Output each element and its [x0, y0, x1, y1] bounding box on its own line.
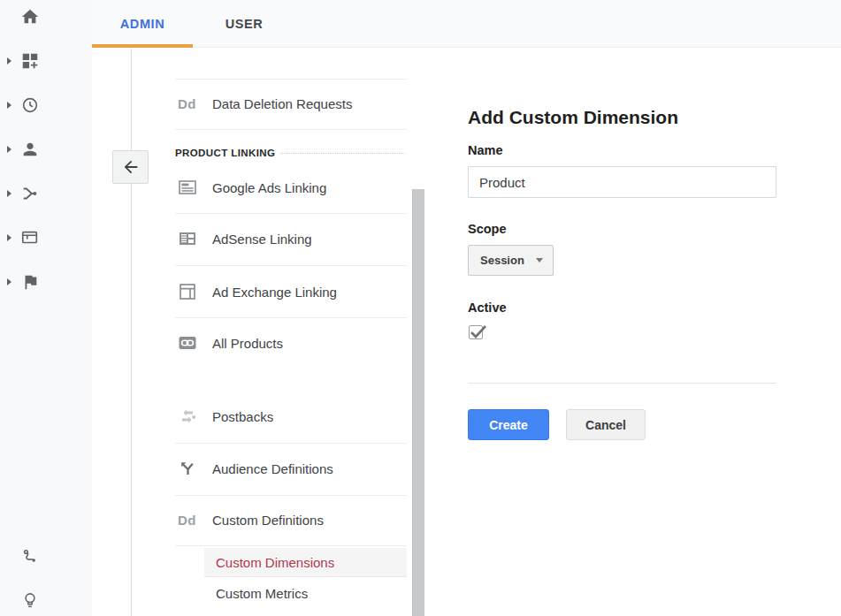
ad-exchange-icon [175, 284, 199, 300]
google-ads-icon [175, 180, 199, 194]
active-tab-underline [92, 44, 193, 48]
nav-separator [175, 443, 407, 444]
nav-separator [175, 129, 407, 130]
tab-user[interactable]: USER [193, 0, 295, 47]
nav-item-postbacks[interactable]: Postbacks [175, 401, 407, 431]
dropdown-caret-icon [536, 258, 543, 262]
scope-label: Scope [468, 222, 507, 236]
expand-caret-icon [7, 57, 11, 65]
nav-separator [175, 545, 407, 546]
expand-caret-icon [7, 102, 11, 109]
attribution-icon [20, 547, 40, 567]
conversions-flag-icon [20, 272, 40, 292]
expand-caret-icon [7, 190, 11, 197]
nav-separator [175, 265, 407, 266]
postbacks-icon [175, 408, 199, 424]
create-button[interactable]: Create [468, 409, 549, 440]
rail-attribution-button[interactable] [0, 545, 92, 568]
ga-admin-screen: ADMIN USER Dd Data Deletion Requests PRO… [0, 0, 841, 616]
back-button[interactable] [112, 150, 149, 184]
rail-behavior-button[interactable] [0, 226, 92, 249]
home-icon [20, 7, 40, 27]
rail-conversions-button[interactable] [0, 270, 92, 293]
nav-subitem-custom-metrics[interactable]: Custom Metrics [204, 580, 407, 607]
section-dotted-rule [280, 153, 405, 154]
nav-vertical-divider [131, 49, 132, 616]
nav-separator [175, 317, 407, 318]
nav-item-google-ads-linking[interactable]: Google Ads Linking [175, 172, 407, 202]
section-header-product-linking: PRODUCT LINKING [175, 148, 405, 158]
scope-dropdown[interactable]: Session [468, 245, 554, 276]
scope-dropdown-value: Session [480, 254, 524, 267]
nav-item-custom-definitions[interactable]: Dd Custom Definitions [175, 505, 407, 535]
tab-admin[interactable]: ADMIN [92, 0, 193, 47]
rail-customization-button[interactable] [0, 49, 92, 72]
cancel-button[interactable]: Cancel [566, 409, 646, 440]
name-label: Name [468, 143, 503, 157]
left-nav-rail [0, 0, 92, 616]
nav-item-adsense-linking[interactable]: AdSense Linking [175, 224, 407, 254]
audience-person-icon [20, 140, 40, 159]
name-input[interactable] [468, 166, 776, 198]
nav-separator [175, 213, 407, 214]
acquisition-icon [20, 184, 40, 203]
behavior-window-icon [20, 228, 40, 247]
adsense-icon [175, 232, 199, 246]
audience-definitions-icon [175, 460, 199, 476]
nav-subitem-custom-dimensions[interactable]: Custom Dimensions [204, 548, 407, 577]
nav-item-all-products[interactable]: All Products [175, 328, 407, 358]
realtime-clock-icon [20, 95, 40, 115]
back-arrow-icon [121, 157, 141, 177]
discover-bulb-icon [20, 590, 40, 610]
dd-icon: Dd [175, 96, 199, 111]
rail-discover-button[interactable] [0, 589, 92, 612]
page-title: Add Custom Dimension [468, 107, 678, 128]
nav-item-ad-exchange-linking[interactable]: Ad Exchange Linking [175, 277, 407, 307]
expand-caret-icon [7, 278, 11, 285]
nav-scrollbar[interactable] [412, 189, 424, 616]
rail-home-button[interactable] [0, 5, 92, 28]
active-checkbox[interactable] [469, 325, 483, 339]
nav-separator [175, 79, 407, 80]
nav-item-data-deletion-requests[interactable]: Dd Data Deletion Requests [175, 88, 407, 118]
rail-audience-button[interactable] [0, 138, 92, 161]
expand-caret-icon [7, 234, 11, 241]
rail-acquisition-button[interactable] [0, 182, 92, 205]
admin-user-tabbar: ADMIN USER [92, 0, 841, 48]
all-products-icon [175, 335, 199, 351]
customization-icon [20, 51, 40, 71]
form-divider [468, 383, 776, 384]
dd-icon: Dd [175, 513, 199, 528]
active-label: Active [468, 300, 507, 315]
nav-item-audience-definitions[interactable]: Audience Definitions [175, 453, 407, 483]
nav-separator [175, 495, 407, 496]
expand-caret-icon [7, 146, 11, 153]
checkmark-icon [468, 321, 489, 342]
rail-realtime-button[interactable] [0, 94, 92, 117]
